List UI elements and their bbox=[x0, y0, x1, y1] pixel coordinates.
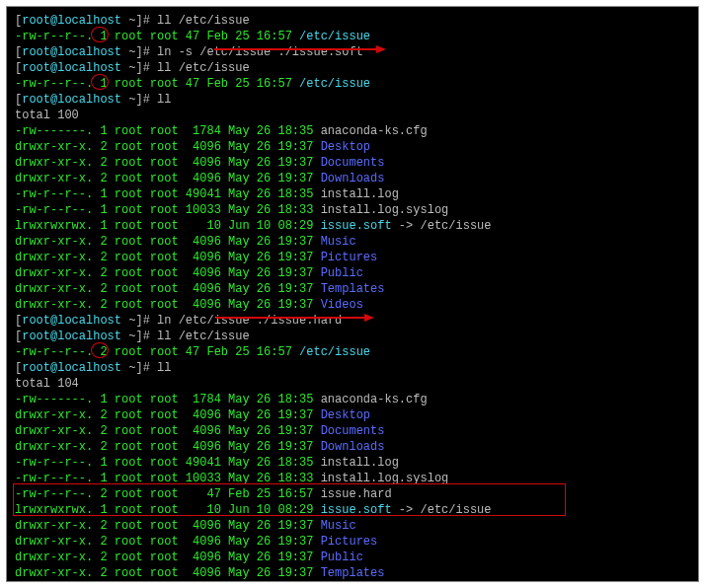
command-text: ll /etc/issue bbox=[157, 330, 250, 343]
output-segment: drwxr-xr-x. 2 root root 4096 May 26 19:3… bbox=[15, 266, 321, 280]
output-segment: lrwxrwxrwx. 1 root root 10 Jun 10 08:29 bbox=[15, 503, 321, 517]
command-text: ll /etc/issue bbox=[157, 61, 250, 75]
prompt-bracket-close: ]# bbox=[135, 14, 157, 28]
prompt-bracket-close: ]# bbox=[135, 61, 157, 75]
prompt-bracket-close: ]# bbox=[135, 45, 157, 59]
terminal-line: -rw-r--r--. 1 root root 10033 May 26 18:… bbox=[15, 471, 690, 486]
output-segment: Desktop bbox=[321, 140, 370, 154]
terminal-line: -rw-r--r--. 1 root root 47 Feb 25 16:57 … bbox=[15, 29, 690, 44]
output-segment: drwxr-xr-x. 2 root root 4096 May 26 19:3… bbox=[15, 566, 321, 580]
terminal-line: total 100 bbox=[15, 108, 690, 123]
output-segment: drwxr-xr-x. 2 root root 4096 May 26 19:3… bbox=[15, 251, 321, 264]
terminal-line: [root@localhost ~]# ll /etc/issue bbox=[15, 13, 690, 29]
output-segment: drwxr-xr-x. 2 root root 4096 May 26 19:3… bbox=[15, 172, 321, 185]
output-segment: Desktop bbox=[321, 408, 370, 422]
output-segment: -rw-------. 1 root root 1784 May 26 18:3… bbox=[15, 124, 321, 138]
terminal-line: -rw-r--r--. 1 root root 10033 May 26 18:… bbox=[15, 202, 690, 218]
output-segment: drwxr-xr-x. 2 root root 4096 May 26 19:3… bbox=[15, 535, 321, 549]
prompt-userhost: root@localhost bbox=[22, 330, 121, 343]
output-segment: -rw-r--r--. 1 root root 47 Feb 25 16:57 bbox=[15, 30, 299, 43]
output-segment: drwxr-xr-x. 2 root root 4096 May 26 19:3… bbox=[15, 282, 321, 296]
prompt-userhost: root@localhost bbox=[22, 314, 121, 328]
terminal-line: [root@localhost ~]# ll bbox=[15, 360, 690, 376]
terminal-line: drwxr-xr-x. 2 root root 4096 May 26 19:3… bbox=[15, 581, 690, 582]
command-text: ll bbox=[157, 93, 171, 107]
output-segment: total 104 bbox=[15, 377, 79, 391]
terminal-window[interactable]: [root@localhost ~]# ll /etc/issue-rw-r--… bbox=[6, 6, 699, 582]
prompt-userhost: root@localhost bbox=[22, 93, 121, 107]
terminal-line: [root@localhost ~]# ln /etc/issue ./issu… bbox=[15, 313, 690, 329]
output-segment: Public bbox=[321, 266, 363, 280]
terminal-line: -rw-r--r--. 2 root root 47 Feb 25 16:57 … bbox=[15, 486, 690, 502]
command-text: ll /etc/issue bbox=[157, 14, 250, 28]
output-segment: issue.soft bbox=[321, 503, 392, 517]
output-segment: -rw-r--r--. 1 root root 49041 May 26 18:… bbox=[15, 456, 321, 470]
output-segment: lrwxrwxrwx. 1 root root 10 Jun 10 08:29 bbox=[15, 219, 321, 233]
prompt-bracket-close: ]# bbox=[135, 93, 157, 107]
output-segment: total 100 bbox=[15, 109, 79, 122]
output-segment: -rw-r--r--. 2 root root 47 Feb 25 16:57 bbox=[15, 345, 299, 359]
terminal-line: lrwxrwxrwx. 1 root root 10 Jun 10 08:29 … bbox=[15, 218, 690, 234]
output-segment: drwxr-xr-x. 2 root root 4096 May 26 19:3… bbox=[15, 156, 321, 170]
output-segment: -rw-r--r--. 1 root root 47 Feb 25 16:57 bbox=[15, 77, 299, 91]
terminal-line: -rw-r--r--. 1 root root 49041 May 26 18:… bbox=[15, 186, 690, 202]
output-segment: install.log bbox=[321, 456, 399, 470]
output-segment: install.log.syslog bbox=[321, 203, 449, 217]
terminal-line: drwxr-xr-x. 2 root root 4096 May 26 19:3… bbox=[15, 550, 690, 565]
prompt-userhost: root@localhost bbox=[22, 61, 121, 75]
output-segment: /etc/issue bbox=[299, 345, 370, 359]
terminal-line: drwxr-xr-x. 2 root root 4096 May 26 19:3… bbox=[15, 281, 690, 297]
terminal-line: [root@localhost ~]# ll bbox=[15, 92, 690, 108]
output-segment: drwxr-xr-x. 2 root root 4096 May 26 19:3… bbox=[15, 551, 321, 564]
output-segment: install.log bbox=[321, 187, 399, 201]
terminal-line: drwxr-xr-x. 2 root root 4096 May 26 19:3… bbox=[15, 250, 690, 265]
output-segment: Music bbox=[321, 519, 356, 533]
terminal-line: drwxr-xr-x. 2 root root 4096 May 26 19:3… bbox=[15, 265, 690, 281]
terminal-line: -rw-------. 1 root root 1784 May 26 18:3… bbox=[15, 392, 690, 407]
prompt-bracket-close: ]# bbox=[135, 314, 157, 328]
terminal-line: drwxr-xr-x. 2 root root 4096 May 26 19:3… bbox=[15, 518, 690, 534]
output-segment: -> /etc/issue bbox=[392, 503, 492, 517]
output-segment: Templates bbox=[321, 282, 385, 296]
output-segment: drwxr-xr-x. 2 root root 4096 May 26 19:3… bbox=[15, 519, 321, 533]
terminal-line: drwxr-xr-x. 2 root root 4096 May 26 19:3… bbox=[15, 407, 690, 423]
output-segment: issue.soft bbox=[321, 219, 392, 233]
output-segment: Music bbox=[321, 235, 356, 249]
command-text: ln /etc/issue ./issue.hard bbox=[157, 314, 342, 328]
terminal-line: drwxr-xr-x. 2 root root 4096 May 26 19:3… bbox=[15, 565, 690, 581]
output-segment: drwxr-xr-x. 2 root root 4096 May 26 19:3… bbox=[15, 408, 321, 422]
output-segment: drwxr-xr-x. 2 root root 4096 May 26 19:3… bbox=[15, 440, 321, 454]
output-segment: -rw-r--r--. 2 root root 47 Feb 25 16:57 bbox=[15, 487, 321, 501]
output-segment: Downloads bbox=[321, 172, 385, 185]
terminal-line: drwxr-xr-x. 2 root root 4096 May 26 19:3… bbox=[15, 534, 690, 550]
output-segment: Pictures bbox=[321, 251, 378, 264]
output-segment: Pictures bbox=[321, 535, 378, 549]
terminal-line: drwxr-xr-x. 2 root root 4096 May 26 19:3… bbox=[15, 297, 690, 313]
output-segment: Downloads bbox=[321, 440, 385, 454]
output-segment: -rw-------. 1 root root 1784 May 26 18:3… bbox=[15, 393, 321, 406]
prompt-bracket-close: ]# bbox=[135, 361, 157, 375]
output-segment: drwxr-xr-x. 2 root root 4096 May 26 19:3… bbox=[15, 424, 321, 438]
prompt-userhost: root@localhost bbox=[22, 45, 121, 59]
terminal-line: -rw-r--r--. 1 root root 47 Feb 25 16:57 … bbox=[15, 76, 690, 92]
output-segment: /etc/issue bbox=[299, 77, 370, 91]
terminal-line: drwxr-xr-x. 2 root root 4096 May 26 19:3… bbox=[15, 439, 690, 455]
prompt-userhost: root@localhost bbox=[22, 14, 121, 28]
output-segment: -> /etc/issue bbox=[392, 219, 492, 233]
output-segment: issue.hard bbox=[321, 487, 392, 501]
terminal-line: -rw-r--r--. 2 root root 47 Feb 25 16:57 … bbox=[15, 344, 690, 360]
command-text: ln -s /etc/issue ./issue.soft bbox=[157, 45, 363, 59]
prompt-userhost: root@localhost bbox=[22, 361, 121, 375]
output-segment: -rw-r--r--. 1 root root 49041 May 26 18:… bbox=[15, 187, 321, 201]
output-segment: drwxr-xr-x. 2 root root 4096 May 26 19:3… bbox=[15, 140, 321, 154]
terminal-line: [root@localhost ~]# ln -s /etc/issue ./i… bbox=[15, 44, 690, 60]
terminal-line: lrwxrwxrwx. 1 root root 10 Jun 10 08:29 … bbox=[15, 502, 690, 518]
output-segment: Public bbox=[321, 551, 363, 564]
output-segment: -rw-r--r--. 1 root root 10033 May 26 18:… bbox=[15, 472, 321, 485]
output-segment: Templates bbox=[321, 566, 385, 580]
terminal-line: drwxr-xr-x. 2 root root 4096 May 26 19:3… bbox=[15, 139, 690, 155]
output-segment: Documents bbox=[321, 424, 385, 438]
output-segment: drwxr-xr-x. 2 root root 4096 May 26 19:3… bbox=[15, 235, 321, 249]
terminal-line: -rw-r--r--. 1 root root 49041 May 26 18:… bbox=[15, 455, 690, 471]
terminal-line: [root@localhost ~]# ll /etc/issue bbox=[15, 329, 690, 344]
